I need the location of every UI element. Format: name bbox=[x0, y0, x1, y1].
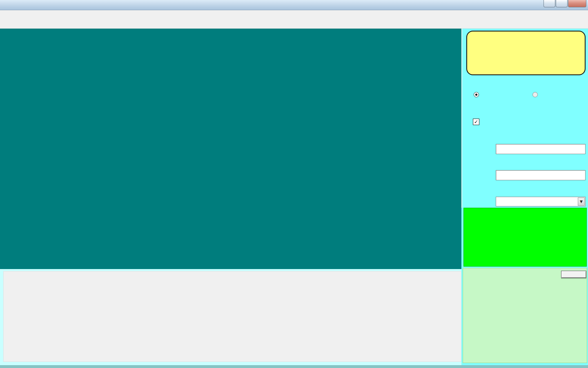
model-select[interactable]: ▼ bbox=[496, 197, 586, 206]
code-input[interactable] bbox=[496, 170, 586, 180]
stage-grid bbox=[0, 29, 461, 269]
status-display bbox=[466, 31, 586, 75]
radio-auto-test-icon[interactable] bbox=[532, 92, 538, 97]
status-bar bbox=[0, 365, 588, 368]
toolbar bbox=[0, 10, 588, 29]
bad-continue-checkbox[interactable]: ✓ bbox=[473, 119, 479, 125]
chart-band bbox=[0, 269, 461, 365]
user-input[interactable] bbox=[496, 144, 586, 154]
efficiency-bar-chart bbox=[463, 268, 588, 364]
clear-button[interactable] bbox=[561, 271, 586, 278]
start-button[interactable] bbox=[463, 208, 587, 267]
radio-standard-test-icon[interactable] bbox=[474, 92, 479, 97]
mode-standard[interactable] bbox=[474, 92, 482, 97]
title-bar bbox=[0, 0, 588, 10]
minimize-button[interactable] bbox=[543, 0, 555, 7]
chevron-down-icon[interactable]: ▼ bbox=[578, 197, 585, 206]
close-button[interactable] bbox=[568, 0, 586, 7]
window-controls bbox=[543, 0, 586, 7]
bad-continue-row[interactable]: ✓ bbox=[473, 119, 482, 125]
stats-panel bbox=[463, 268, 587, 363]
restore-button[interactable] bbox=[556, 0, 568, 7]
control-panel: ✓ ▼ bbox=[461, 29, 588, 208]
trend-chart bbox=[3, 271, 461, 362]
mode-auto[interactable] bbox=[532, 92, 541, 97]
